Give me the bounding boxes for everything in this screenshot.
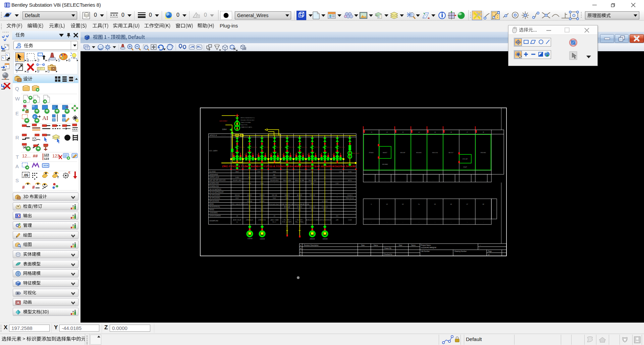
svg-text:*: * — [337, 180, 337, 181]
svg-text:T: T — [57, 176, 59, 179]
svg-text:2: 2 — [26, 58, 29, 63]
svg-text:ZRC-YJV22-8.7/15kV-3x240+B+YJV: ZRC-YJV22-8.7/15kV-3x240+B+YJV22-8.7/15k… — [222, 165, 356, 168]
svg-text:T: T — [16, 154, 19, 160]
svg-text:Job Number: Job Number — [421, 251, 430, 252]
svg-text:0846: 0846 — [273, 171, 276, 172]
svg-text:*: * — [337, 200, 337, 202]
svg-text:Drawn By: Drawn By — [384, 248, 391, 249]
svg-text:*: * — [479, 248, 480, 250]
svg-text:#: # — [32, 185, 35, 190]
svg-text:-: - — [402, 221, 403, 223]
svg-text:t1: t1 — [286, 225, 288, 227]
svg-text:1e: 1e — [418, 203, 420, 205]
svg-text:t4: t4 — [418, 131, 420, 133]
svg-text:66 6 5 *: 66 6 5 * — [448, 152, 453, 153]
svg-text:24: 24 — [236, 215, 238, 217]
svg-text:2x800: 2x800 — [272, 177, 277, 178]
svg-text:1: 1 — [16, 58, 18, 63]
svg-text:7: 7 — [16, 69, 18, 74]
svg-text:k2: k2 — [386, 203, 388, 205]
svg-text:616.0 61: 616.0 61 — [432, 152, 438, 153]
svg-text:xA6k1 01AM: xA6k1 01AM — [270, 219, 279, 221]
svg-text:x¦x: x¦x — [32, 136, 37, 140]
svg-text:WPxWx5WSS: WPxWx5WSS — [209, 200, 219, 202]
svg-text:PxH#5SxXSS: PxH#5SxXSS — [209, 186, 219, 187]
svg-text:U: U — [300, 254, 302, 256]
svg-text:-: - — [433, 180, 433, 181]
svg-text:12...: 12... — [22, 153, 31, 158]
svg-text:SFZ11-50000/110 D.v: SFZ11-50000/110 D.v — [240, 117, 255, 119]
svg-text:.2xWxWWS: .2xWxWWS — [209, 212, 218, 214]
svg-text:Checked by: Checked by — [384, 254, 392, 255]
svg-text:W: W — [15, 96, 20, 101]
svg-text:626.46*: 626.46* — [400, 152, 405, 153]
svg-text:Date: Date — [399, 245, 402, 246]
svg-text:Name: Name — [411, 245, 416, 246]
svg-text:Page: Page — [488, 251, 492, 252]
svg-text:x6R: x6R — [336, 219, 338, 221]
svg-text:k7: k7 — [467, 203, 468, 205]
svg-text:-: - — [449, 180, 449, 181]
svg-text:-: - — [419, 221, 419, 223]
svg-text:W A -xWRH: W A -xWRH — [209, 150, 217, 152]
svg-text:-: - — [435, 221, 435, 223]
svg-text:#: # — [56, 105, 57, 109]
svg-text:-: - — [483, 221, 484, 223]
svg-text:xx110kV#S 5#W@IW: xx110kV#S 5#W@IW — [421, 247, 436, 249]
svg-text:-: - — [494, 209, 494, 211]
svg-text:ZR*x0-0x10 10xY 5x1 A0 10xY5: ZR*x0-0x10 10xY 5x1 A0 10xY5x0.1 A0 10xY… — [268, 203, 309, 205]
svg-text:67U 46*: 67U 46* — [463, 158, 468, 160]
svg-text:M: M — [300, 248, 302, 250]
svg-text:123: 123 — [52, 153, 60, 158]
svg-text:Name: Name — [374, 245, 378, 246]
svg-text:4WWS: 4WWS — [209, 209, 214, 211]
svg-text:--: -- — [480, 245, 481, 246]
svg-text:3: 3 — [37, 58, 39, 63]
svg-text:*: * — [350, 200, 350, 202]
svg-text:24: 24 — [274, 215, 275, 217]
svg-text:315kW: 315kW — [323, 238, 328, 240]
svg-text:.05: .05 — [23, 173, 28, 177]
svg-text:35kV 100/1: 35kV 100/1 — [352, 152, 360, 154]
svg-text:0: 0 — [47, 69, 50, 74]
svg-text:t3: t3 — [402, 131, 404, 133]
svg-text:4M 4F5xWW#S: 4M 4F5xWW#S — [209, 194, 220, 196]
svg-text:2x800: 2x800 — [235, 177, 239, 178]
svg-text:t1: t1 — [371, 131, 372, 133]
svg-text:-: - — [400, 180, 401, 181]
svg-text:816.661: 816.661 — [416, 152, 422, 153]
svg-text:B x C: B x C — [273, 221, 276, 223]
svg-text:NT10: NT10 — [348, 180, 352, 181]
svg-text:of: of — [488, 254, 490, 256]
svg-text:110.033kV: 110.033kV — [219, 120, 227, 122]
svg-text:1201: 1201 — [257, 171, 261, 172]
svg-text:Project Name: Project Name — [421, 245, 431, 246]
svg-text:3W 4S 5&fPW&wcW: 3W 4S 5&fPW&wcW — [209, 191, 224, 193]
svg-text:E: E — [68, 171, 70, 174]
svg-text:t5: t5 — [434, 131, 436, 133]
svg-text:-: - — [371, 221, 372, 223]
svg-text:ONAN 50.5 kA/3s: ONAN 50.5 kA/3s — [240, 126, 252, 128]
svg-text:#: # — [34, 115, 35, 119]
svg-text:C: C — [300, 251, 302, 253]
svg-text:Ud=17.5%: Ud=17.5% — [240, 124, 248, 126]
svg-text:k6: k6 — [450, 203, 452, 205]
svg-text:Q: Q — [15, 86, 19, 91]
svg-text:&d8 4&8 WR-1#UCxSS: &d8 4&8 WR-1#UCxSS — [209, 180, 225, 181]
svg-text:*: * — [337, 197, 337, 199]
svg-text:0.01: 0.01 — [336, 183, 339, 184]
svg-text:k8: k8 — [483, 203, 484, 205]
svg-text:4WSS: 4WSS — [209, 203, 214, 205]
svg-text:101: 101 — [336, 215, 338, 217]
svg-text:ZR-1 2x6x10 ZR*x0-0x10: ZR-1 2x6x10 ZR*x0-0x10 — [232, 203, 249, 205]
svg-text:Drawing Number: Drawing Number — [454, 251, 467, 252]
svg-text:t7: t7 — [467, 131, 468, 133]
svg-text:Revision Description: Revision Description — [304, 245, 319, 246]
svg-text:180106: 180106 — [235, 194, 240, 196]
svg-text:YNd11 50 MVA: YNd11 50 MVA — [240, 122, 251, 123]
svg-text:4M 4F5xWW5d: 4M 4F5xWW5d — [209, 197, 220, 199]
svg-text:ID: ID — [66, 106, 68, 109]
svg-text:-: - — [369, 180, 369, 181]
svg-text:4((+W&S: 4((+W&S — [209, 171, 216, 172]
svg-text:6/Q6*: 6/Q6* — [463, 166, 467, 168]
